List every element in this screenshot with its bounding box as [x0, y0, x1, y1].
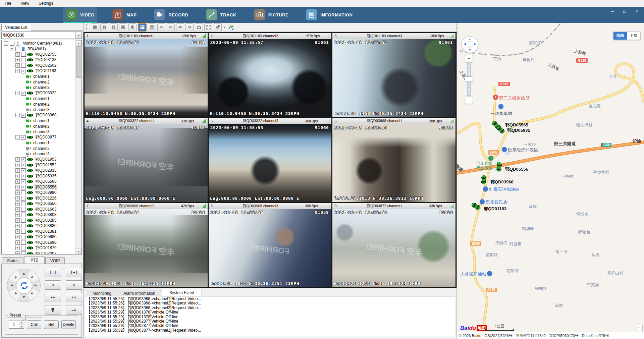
preset-delete-button[interactable]: Delete — [61, 320, 76, 329]
spin-up-icon[interactable]: ▲ — [19, 321, 24, 325]
close-button[interactable]: × — [634, 9, 639, 14]
zoom-thumb[interactable]: − — [465, 76, 473, 82]
layout-49-button[interactable]: 49 — [176, 23, 184, 31]
tree-checkbox[interactable]: ✓ — [21, 135, 26, 140]
tree-expander-icon[interactable]: + — [15, 224, 20, 228]
map-resize-grip[interactable]: ↖ — [637, 325, 643, 331]
ptz-downright-arrow[interactable]: ▲ — [29, 291, 36, 297]
map-vehicle-marker-鄂QD05556[interactable] — [496, 162, 502, 173]
layout-4-button[interactable] — [110, 23, 118, 31]
menu-file[interactable]: File — [5, 1, 11, 6]
map-switch-button[interactable] — [227, 24, 234, 31]
video-frame[interactable]: 2023-06-09 11:55:5191058丰空 FORHIRE!E:110… — [332, 209, 455, 287]
video-frame[interactable]: 2023-06-09 11:55:5691059FORHIRE!E:110.19… — [209, 209, 332, 287]
more-layouts-caret[interactable]: ▾ — [224, 26, 225, 29]
layout-64-button[interactable]: 64 — [185, 23, 194, 31]
tree-item-channel1[interactable]: channel1 — [2, 140, 75, 146]
layout-1-button[interactable] — [91, 23, 99, 31]
tree-item-channel2[interactable]: channel2 — [2, 79, 75, 85]
fullscreen-button[interactable] — [204, 23, 212, 31]
tree-item-channel2[interactable]: ▲channel2 — [2, 146, 75, 152]
ptz-downleft-arrow[interactable]: ▲ — [12, 291, 19, 297]
tab-information[interactable]: INFORMATION — [303, 7, 355, 23]
tree-item-鄂QD05680[interactable]: +鄂QD05680 — [2, 234, 75, 240]
menu-view[interactable]: View — [20, 1, 29, 6]
map-pan-control[interactable]: ▲ ▼ ◀ ▶ — [462, 36, 478, 53]
menu-settings[interactable]: Settings — [39, 1, 53, 6]
tree-item-鄂QD01953[interactable]: +✓鄂QD01953 — [2, 157, 75, 163]
tree-checkbox[interactable] — [21, 202, 26, 206]
pan-down-icon[interactable]: ▼ — [468, 48, 471, 52]
tree-item-鄂QD01552[interactable]: +✓鄂QD01552 — [2, 162, 75, 168]
tab-record[interactable]: RECORD — [151, 7, 191, 23]
tree-expander-icon[interactable]: + — [15, 251, 20, 254]
tree-checkbox[interactable] — [21, 251, 26, 254]
map-pin-school-icon[interactable] — [480, 199, 485, 204]
video-cell-7[interactable]: 7鄂QD03968 channel242KBps2023-06-09 11:55… — [85, 203, 208, 287]
video-cell-1[interactable]: 1鄂QD01183 channel1128KBps2023-06-09 11:5… — [85, 33, 208, 117]
layout-16-button[interactable] — [148, 23, 156, 31]
ptz-upleft-arrow[interactable]: ▲ — [12, 274, 19, 280]
ptz-down-arrow[interactable]: ▲ — [21, 295, 26, 300]
video-frame[interactable]: 2023-06-09 11:55:5791061E:110.18.9458 N:… — [332, 39, 455, 117]
video-frame[interactable]: 2023-06-09 11:55:5791061丰空 FORHIRE!E:110… — [85, 39, 208, 117]
pan-right-icon[interactable]: ▶ — [474, 42, 476, 46]
tab-status[interactable]: Status — [2, 257, 23, 264]
tree-checkbox[interactable] — [10, 41, 14, 46]
layout-25-button[interactable]: 25 — [157, 23, 165, 31]
tree-expander-icon[interactable]: − — [4, 41, 8, 46]
tree-checkbox[interactable] — [21, 52, 26, 57]
tab-system-event[interactable]: System Event — [162, 289, 202, 296]
tree-expander-icon[interactable]: + — [15, 190, 20, 195]
tree-expander-icon[interactable]: + — [15, 179, 20, 184]
map-pin-fuel-icon[interactable] — [487, 271, 492, 276]
tree-item-channel1[interactable]: channel1 — [2, 96, 75, 102]
map-pin-fuel-icon[interactable] — [483, 186, 488, 191]
vehicle-filter-combobox[interactable]: 鄂QD01530 ▼ — [1, 32, 82, 39]
tree-item-鄂QD02007[interactable]: +鄂QD02007 — [2, 251, 75, 254]
tree-item-鄂QD01183[interactable]: −✓鄂QD01183 — [2, 68, 75, 74]
tree-checkbox[interactable]: ✓ — [21, 157, 26, 162]
focus-out-button[interactable]: [-] — [45, 268, 61, 277]
tree-item-鄂QD01879[interactable]: +鄂QD01879 — [2, 245, 75, 251]
tree-item-鄂QD05556[interactable]: +✓鄂QD05556 — [2, 184, 75, 190]
pan-left-icon[interactable]: ◀ — [464, 42, 466, 46]
tree-expander-icon[interactable]: − — [15, 91, 20, 95]
tree-item-鄂QD02335[interactable]: +✓鄂QD02335 — [2, 168, 75, 174]
iris-close-button[interactable]: ⊖ — [45, 280, 61, 290]
video-cell-8[interactable]: 8鄂QD03968 channel338KBps2023-06-09 11:55… — [209, 203, 332, 287]
tree-item-channel3[interactable]: ▲channel3 — [2, 107, 75, 113]
tree-expander-icon[interactable]: + — [15, 58, 20, 62]
map-pin-church-icon[interactable] — [488, 156, 493, 161]
map-pin-building-icon[interactable] — [502, 147, 507, 152]
video-cell-3[interactable]: 3鄂QD01183 channel3136KBps2023-06-09 11:5… — [332, 33, 455, 117]
tree-item-鄂QD03980[interactable]: +鄂QD03980 — [2, 190, 75, 196]
layout-6-button[interactable] — [119, 23, 127, 31]
tree-item-鄂QD01381[interactable]: +鄂QD01381 — [2, 229, 75, 234]
tree-checkbox[interactable] — [21, 235, 26, 239]
tab-alarm-information[interactable]: Alarm Information — [118, 290, 161, 296]
video-frame[interactable]: 2023-06-09 11:55:5791061E:110.18.9458 N:… — [209, 39, 332, 117]
tab-map[interactable]: MAP — [109, 7, 139, 23]
tree-expander-icon[interactable]: + — [15, 229, 20, 234]
tree-checkbox[interactable]: ✓ — [21, 168, 26, 173]
tree-item-channel3[interactable]: channel3 — [2, 129, 75, 135]
tree-item-channel3[interactable]: ▲channel3 — [2, 151, 75, 157]
tree-checkbox[interactable]: ✓ — [21, 113, 26, 118]
tree-expander-icon[interactable]: + — [15, 174, 20, 178]
tab-monitoring[interactable]: Monitoring — [87, 290, 117, 296]
tree-expander-icon[interactable]: − — [10, 47, 14, 51]
tree-checkbox[interactable] — [21, 229, 26, 234]
scroll-down-button[interactable]: ▼ — [76, 248, 82, 254]
wiper-button[interactable] — [66, 305, 82, 315]
tree-checkbox[interactable]: ✓ — [21, 91, 26, 96]
tree-checkbox[interactable]: ✓ — [21, 163, 26, 167]
tree-expander-icon[interactable]: + — [15, 196, 20, 201]
video-frame[interactable]: 2023-06-09 11:55:5691059丰空 FORHIRE!E:110… — [85, 209, 208, 287]
tree-item-鄂QD05935[interactable]: +✓鄂QD05935 — [2, 173, 75, 179]
layout-36-button[interactable]: 36 — [167, 23, 175, 31]
tree-expander-icon[interactable]: + — [15, 207, 20, 212]
event-log-list[interactable]: 【2023/6/9 11:55:25】 [鄂QD03968->channel1]… — [85, 296, 455, 337]
tree-checkbox[interactable] — [21, 58, 26, 62]
map-pin-star-icon[interactable]: ★ — [493, 95, 498, 100]
